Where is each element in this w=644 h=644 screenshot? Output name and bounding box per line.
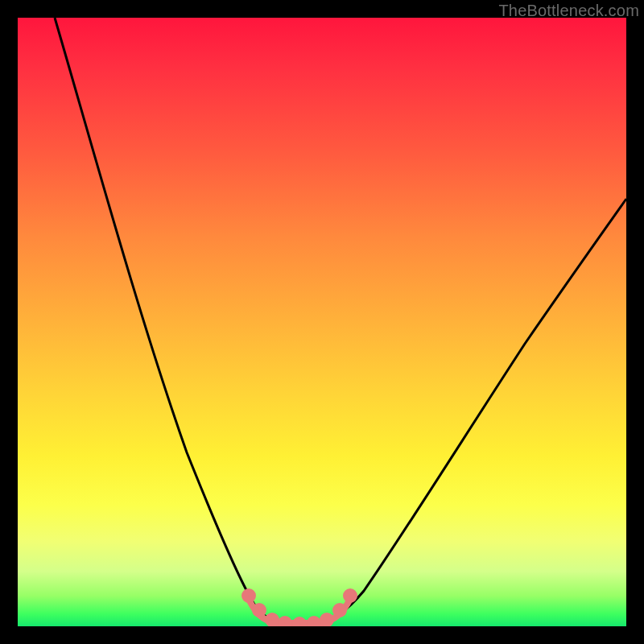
- svg-point-7: [323, 616, 331, 624]
- svg-point-9: [346, 592, 354, 600]
- svg-point-8: [336, 606, 344, 614]
- svg-point-2: [255, 606, 263, 614]
- curve-right-arm: [324, 199, 626, 621]
- watermark-text: TheBottleneck.com: [498, 2, 639, 20]
- chart-frame: TheBottleneck.com: [0, 0, 644, 644]
- svg-point-1: [245, 592, 253, 600]
- bottleneck-curve: [18, 18, 626, 626]
- plot-area: [18, 18, 626, 626]
- svg-point-3: [268, 616, 276, 624]
- trough-marker: [245, 592, 354, 626]
- svg-point-4: [281, 619, 289, 626]
- svg-point-5: [295, 620, 303, 626]
- svg-point-6: [310, 619, 318, 626]
- curve-left-arm: [55, 18, 277, 621]
